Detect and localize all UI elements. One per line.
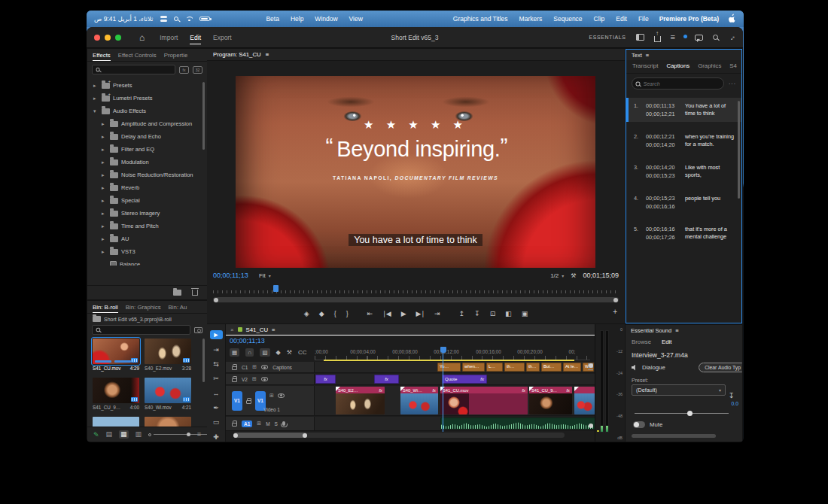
bin-clip-item[interactable] <box>93 417 139 427</box>
S40_E2.mov[interactable]: S40_E2.mov3:28 <box>145 339 191 371</box>
monitor-settings-wrench-icon[interactable]: ⚒ <box>571 272 576 279</box>
caption-text[interactable]: people tell you <box>685 195 735 210</box>
lock-icon[interactable] <box>232 423 237 427</box>
caption-row[interactable]: 3. 00;00;14;2000;00;15;23 Like with most… <box>626 159 741 184</box>
lift-button[interactable]: ↥ <box>459 311 465 317</box>
comparison-view-button[interactable]: ◧ <box>505 311 512 317</box>
filter-media-icon[interactable] <box>194 327 202 333</box>
pen-tool[interactable]: ✒ <box>210 403 223 412</box>
twirl-icon[interactable]: ▸ <box>102 172 107 178</box>
program-video-frame[interactable]: ★ ★ ★ ★ ★ “ Beyond inspiring.” TATIANA N… <box>236 76 595 268</box>
voiceover-record-icon[interactable] <box>282 421 285 426</box>
effects-tree-item[interactable]: ▸ Filter and EQ <box>87 143 201 156</box>
freeform-view-icon[interactable]: ▥ <box>135 431 142 438</box>
workspace-mode-tab[interactable]: Edit <box>190 32 201 44</box>
captions-search-input[interactable] <box>644 81 720 87</box>
selection-tool[interactable]: ► <box>210 330 223 339</box>
sort-menu-icon[interactable]: ≡ <box>197 431 201 438</box>
captions-track-id[interactable]: C1 <box>242 365 248 370</box>
caption-clip[interactable]: L… <box>486 363 503 372</box>
spotlight-search-icon[interactable] <box>174 17 178 21</box>
ripple-edit-tool[interactable]: ⇆ <box>210 360 223 369</box>
monitor-mini-timeline[interactable] <box>213 287 619 293</box>
clip-volume-value[interactable]: 0.0 <box>732 401 738 406</box>
text-panel-tab[interactable]: Transcript <box>632 62 658 69</box>
current-timecode[interactable]: 00;00;11;13 <box>213 272 248 279</box>
lock-icon[interactable] <box>232 366 237 370</box>
S41_CU.mov[interactable]: S41_CU.mov4:29 <box>93 339 139 371</box>
mute-track-button[interactable]: M <box>266 421 269 427</box>
twirl-icon[interactable]: ▸ <box>102 134 107 140</box>
wifi-icon[interactable] <box>185 16 193 22</box>
a1-track-target[interactable]: A1 <box>242 421 252 427</box>
caption-start-timecode[interactable]: 00;00;14;20 <box>646 164 681 171</box>
quick-export-icon[interactable] <box>654 36 661 42</box>
panel-tab[interactable]: Bin: Graphics <box>126 302 161 312</box>
bin-search-input[interactable] <box>104 327 187 332</box>
toggle-track-output-icon[interactable] <box>261 377 268 381</box>
panel-menu-icon[interactable]: ≡ <box>272 326 275 333</box>
caption-clip[interactable]: when… <box>462 363 485 372</box>
caption-text[interactable]: when you're training for a match. <box>685 133 735 148</box>
twirl-icon[interactable]: ▸ <box>102 223 107 229</box>
caption-start-timecode[interactable]: 00;00;15;23 <box>646 195 681 202</box>
menu-item[interactable]: Help <box>291 15 303 23</box>
mute-toggle[interactable] <box>633 421 645 428</box>
caption-text[interactable]: Like with most sports, <box>685 164 735 179</box>
minimize-window-button[interactable] <box>105 35 111 41</box>
caption-row[interactable]: 5. 00;00;16;1600;00;17;26 that it's more… <box>626 221 741 245</box>
menu-item[interactable]: Clip <box>594 15 605 23</box>
track-sync-icon[interactable]: ⊞ <box>252 376 257 382</box>
audio-clip[interactable] <box>440 417 595 430</box>
close-sequence-icon[interactable]: × <box>230 326 234 333</box>
toggle-track-output-icon[interactable] <box>261 365 268 369</box>
v2-track-id[interactable]: V2 <box>242 377 248 382</box>
menu-item[interactable]: Graphics and Titles <box>453 15 508 23</box>
effects-tree-item[interactable]: Balance <box>87 258 201 266</box>
timeline-timecode[interactable]: 00;00;11;13 <box>230 337 265 345</box>
button-editor-plus[interactable]: + <box>613 308 617 316</box>
export-frame-button[interactable]: ⊡ <box>490 311 496 317</box>
caption-clip[interactable]: But… <box>541 363 562 372</box>
caption-end-timecode[interactable]: 00;00;16;16 <box>646 203 681 210</box>
effects-tree-item[interactable]: ▸ Special <box>87 194 201 207</box>
apple-logo-icon[interactable] <box>728 14 736 25</box>
clip-thumbnail[interactable] <box>93 378 139 403</box>
twirl-icon[interactable]: ▸ <box>102 185 107 191</box>
track-sync-icon[interactable]: ⊞ <box>269 393 274 399</box>
effects-tree-item[interactable]: ▸ Stereo Imagery <box>87 207 201 220</box>
effects-tree-item[interactable]: ▸ Time and Pitch <box>87 220 201 232</box>
text-panel-tab[interactable]: S4 <box>729 62 737 69</box>
effects-search-box[interactable] <box>92 65 175 74</box>
twirl-icon[interactable]: ▸ <box>102 211 107 217</box>
mark-in-button[interactable]: { <box>334 311 336 317</box>
insert-nest-toggle[interactable]: ▦ <box>230 348 239 357</box>
video-clip[interactable]: S41_CU.movfx <box>440 387 528 414</box>
clip-thumbnail[interactable] <box>145 339 191 364</box>
preset-dropdown[interactable]: (Default) ▾ <box>632 384 726 396</box>
monitor-playhead[interactable] <box>273 285 279 292</box>
workspaces-label[interactable]: ESSENTIALS <box>589 35 626 40</box>
solo-track-button[interactable]: S <box>275 421 278 427</box>
clip-volume-slider[interactable] <box>635 411 729 416</box>
linked-selection-toggle[interactable]: ▧ <box>260 348 269 357</box>
captions-scrollbar[interactable] <box>738 101 740 199</box>
workspace-layout-icon[interactable] <box>636 34 644 41</box>
essential-sound-tab[interactable]: Edit <box>662 339 671 345</box>
effects-tree-item[interactable]: ▸ Amplitude and Compression <box>87 117 201 130</box>
effects-tree-item[interactable]: ▾ Audio Effects <box>87 105 201 117</box>
source-v1-indicator[interactable]: V1 <box>232 391 242 411</box>
timeline-playhead[interactable] <box>443 347 443 432</box>
menu-item[interactable]: View <box>349 15 363 23</box>
icon-view-icon[interactable]: ▦ <box>119 430 129 439</box>
thumbnail-zoom-slider[interactable] <box>148 433 190 436</box>
bin-clip-item[interactable] <box>145 417 191 427</box>
panel-tab[interactable]: Bin: Au <box>169 302 187 312</box>
workspace-menu-icon[interactable]: ≡ <box>671 33 675 41</box>
twirl-icon[interactable]: ▸ <box>102 249 107 255</box>
effects-tree-item[interactable]: ▸ Delay and Echo <box>87 130 201 143</box>
go-to-out-button[interactable]: ⇥ <box>434 311 440 317</box>
twirl-icon[interactable]: ▸ <box>102 198 107 204</box>
bin-search-box[interactable] <box>92 325 190 335</box>
step-forward-button[interactable]: ▶∣ <box>416 311 425 317</box>
